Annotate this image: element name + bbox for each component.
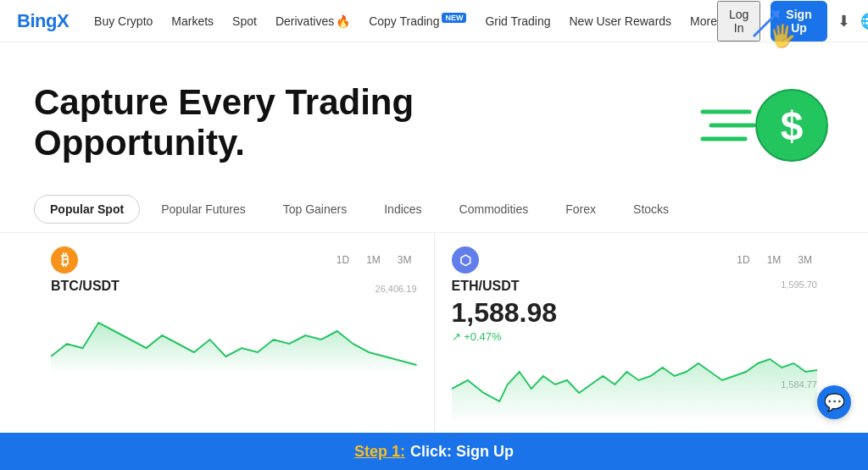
btc-chart [51, 297, 417, 373]
btc-icon: ₿ [51, 246, 78, 274]
tab-commodities[interactable]: Commodities [443, 195, 545, 224]
bottom-banner: Step 1: Click: Sign Up [0, 433, 868, 470]
eth-price-ref-high: 1,595.70 [781, 279, 817, 290]
nav-new-user-rewards[interactable]: New User Rewards [570, 14, 672, 28]
btc-pair: BTC/USDT [51, 279, 417, 294]
eth-price: 1,588.98 [452, 297, 818, 329]
btc-chart-svg [51, 297, 417, 373]
nav-right: Log In Sign Up ⬇ 🌐 🌙 [717, 1, 868, 41]
market-section: ₿ 1D 1M 3M BTC/USDT 26,406.19 [0, 232, 868, 436]
eth-pair: ETH/USDT [452, 279, 818, 294]
eth-chart-svg [452, 346, 818, 423]
eth-1d-filter[interactable]: 1D [732, 252, 754, 268]
hero-illustration: $ [698, 76, 834, 169]
tab-popular-spot[interactable]: Popular Spot [34, 195, 140, 224]
tab-popular-futures[interactable]: Popular Futures [145, 195, 262, 224]
brand-logo[interactable]: BingX [17, 10, 69, 32]
chat-button[interactable]: 💬 [817, 385, 851, 419]
eth-change: +0.47% [452, 330, 818, 343]
btc-usdt-card: ₿ 1D 1M 3M BTC/USDT 26,406.19 [34, 233, 435, 436]
tab-forex[interactable]: Forex [549, 195, 612, 224]
eth-time-filters: 1D 1M 3M [732, 252, 817, 268]
hero-text: Capture Every Trading Opportunity. [34, 82, 698, 164]
btc-time-filters: 1D 1M 3M [331, 252, 417, 268]
svg-marker-9 [452, 359, 818, 423]
btc-price-ref: 26,406.19 [376, 284, 417, 294]
btc-3m-filter[interactable]: 3M [392, 252, 417, 268]
nav-more[interactable]: More [690, 14, 717, 28]
globe-icon[interactable]: 🌐 [860, 12, 868, 30]
tab-stocks[interactable]: Stocks [617, 195, 685, 224]
btc-card-header: ₿ 1D 1M 3M [51, 246, 417, 274]
eth-usdt-card: ⬡ 1D 1M 3M ETH/USDT 1,595.70 1,588.98 +0… [435, 233, 835, 436]
nav-links: Buy Crypto Markets Spot Derivatives🔥 Cop… [94, 14, 717, 28]
btc-1m-filter[interactable]: 1M [361, 252, 386, 268]
nav-buy-crypto[interactable]: Buy Crypto [94, 14, 153, 28]
hero-title: Capture Every Trading Opportunity. [34, 82, 698, 164]
market-tabs: Popular Spot Popular Futures Top Gainers… [0, 186, 868, 232]
cta-text[interactable]: Click: Sign Up [410, 443, 514, 461]
tab-top-gainers[interactable]: Top Gainers [267, 195, 363, 224]
nav-copy-trading[interactable]: Copy TradingNEW [369, 14, 466, 28]
nav-spot[interactable]: Spot [232, 14, 257, 28]
nav-derivatives[interactable]: Derivatives🔥 [275, 14, 350, 28]
svg-text:$: $ [781, 103, 804, 148]
login-button[interactable]: Log In [717, 1, 760, 41]
signup-button[interactable]: Sign Up [771, 1, 826, 41]
hero-image: $ [698, 68, 834, 178]
step-label: Step 1: [354, 443, 405, 461]
eth-chart [452, 346, 818, 423]
eth-icon: ⬡ [452, 246, 479, 274]
eth-1m-filter[interactable]: 1M [762, 252, 787, 268]
nav-markets[interactable]: Markets [171, 14, 214, 28]
new-badge: NEW [442, 13, 466, 23]
nav-grid-trading[interactable]: Grid Trading [485, 14, 550, 28]
fire-icon: 🔥 [336, 14, 350, 28]
eth-3m-filter[interactable]: 3M [793, 252, 817, 268]
download-icon[interactable]: ⬇ [837, 12, 850, 30]
btc-1d-filter[interactable]: 1D [331, 252, 354, 268]
hero-section: Capture Every Trading Opportunity. $ [0, 42, 868, 186]
navbar: BingX Buy Crypto Markets Spot Derivative… [0, 0, 868, 42]
tab-indices[interactable]: Indices [368, 195, 437, 224]
eth-card-header: ⬡ 1D 1M 3M [452, 246, 818, 274]
